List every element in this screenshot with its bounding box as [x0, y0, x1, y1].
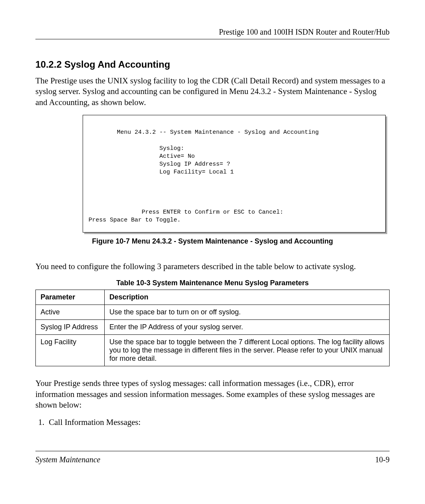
footer-left: System Maintenance	[35, 455, 100, 464]
page-footer: System Maintenance 10-9	[35, 451, 390, 464]
table-row: Log Facility Use the space bar to toggle…	[36, 335, 390, 366]
section-heading: 10.2.2 Syslog And Accounting	[35, 59, 390, 70]
table-caption: Table 10-3 System Maintenance Menu Syslo…	[35, 279, 390, 287]
table-cell-desc: Use the space bar to turn on or off sysl…	[105, 305, 390, 320]
figure-caption: Figure 10-7 Menu 24.3.2 - System Mainten…	[35, 237, 390, 246]
document-header: Prestige 100 and 100IH ISDN Router and R…	[35, 28, 390, 39]
table-row: Active Use the space bar to turn on or o…	[36, 305, 390, 320]
page: Prestige 100 and 100IH ISDN Router and R…	[0, 0, 425, 480]
terminal-title-line: Menu 24.3.2 -- System Maintenance - Sysl…	[89, 129, 319, 136]
terminal-body-line: Active= No	[89, 153, 195, 160]
intro-paragraph: The Prestige uses the UNIX syslog facili…	[35, 76, 390, 108]
terminal-body-line: Syslog:	[89, 145, 184, 152]
terminal-toggle-line: Press Space Bar to Toggle.	[89, 217, 181, 223]
table-cell-desc: Use the space bar to toggle between the …	[105, 335, 390, 366]
post-figure-paragraph: You need to configure the following 3 pa…	[35, 261, 390, 272]
list-item: Call Information Messages:	[46, 417, 390, 427]
terminal-body-line: Syslog IP Address= ?	[89, 161, 230, 168]
table-cell-param: Log Facility	[36, 335, 105, 366]
header-title: Prestige 100 and 100IH ISDN Router and R…	[219, 28, 390, 36]
section-title: Syslog And Accounting	[64, 59, 170, 70]
numbered-list: Call Information Messages:	[35, 417, 390, 427]
table-cell-param: Active	[36, 305, 105, 320]
table-header-description: Description	[105, 290, 390, 305]
terminal-prompt-line: Press ENTER to Confirm or ESC to Cancel:	[89, 209, 283, 216]
post-table-paragraph: Your Prestige sends three types of syslo…	[35, 378, 390, 410]
terminal-screenshot: Menu 24.3.2 -- System Maintenance - Sysl…	[83, 115, 386, 233]
terminal-box: Menu 24.3.2 -- System Maintenance - Sysl…	[83, 115, 386, 233]
table-header-parameter: Parameter	[36, 290, 105, 305]
table-cell-param: Syslog IP Address	[36, 320, 105, 335]
footer-right: 10-9	[375, 455, 390, 464]
terminal-body-line: Log Facility= Local 1	[89, 169, 234, 175]
section-number: 10.2.2	[35, 59, 62, 70]
table-cell-desc: Enter the IP Address of your syslog serv…	[105, 320, 390, 335]
parameter-table: Parameter Description Active Use the spa…	[35, 290, 390, 366]
table-row: Syslog IP Address Enter the IP Address o…	[36, 320, 390, 335]
table-header-row: Parameter Description	[36, 290, 390, 305]
